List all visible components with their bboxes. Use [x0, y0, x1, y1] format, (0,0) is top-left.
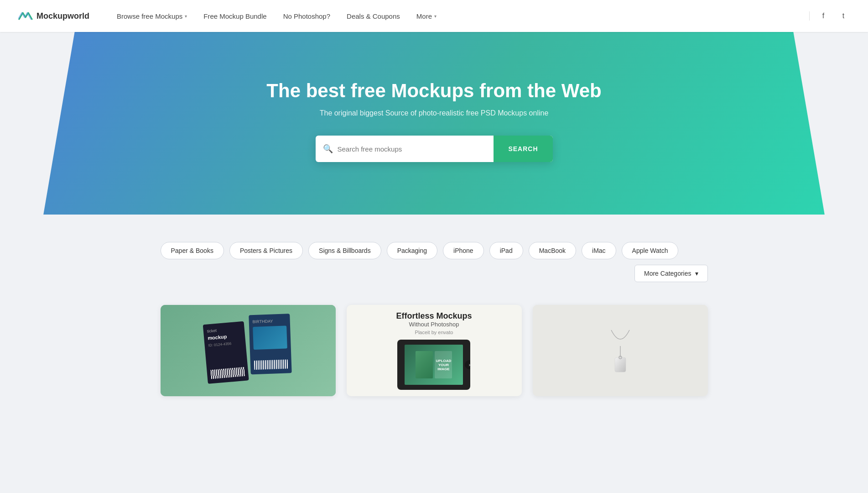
card-2-subtitle: Without Photoshop [409, 321, 459, 328]
card-1-inner: ticket mockup ID: 0124-4356 BIRTHDAY [161, 305, 336, 396]
hero-title: The best free Mockups from the Web [266, 80, 601, 102]
brand-logo-link[interactable]: Mockupworld [18, 11, 89, 21]
ticket-barcode-2 [254, 359, 288, 370]
necklace-mockup [598, 321, 643, 380]
category-macbook[interactable]: MacBook [529, 242, 576, 259]
ticket-2: BIRTHDAY [249, 314, 291, 374]
main-nav: Browse free Mockups ▾ Free Mockup Bundle… [117, 12, 809, 20]
nav-more[interactable]: More ▾ [416, 12, 437, 20]
brand-logo-icon [18, 11, 33, 21]
ticket-mockup-visual: ticket mockup ID: 0124-4356 BIRTHDAY [203, 317, 293, 384]
chevron-down-icon-categories: ▾ [695, 270, 698, 277]
search-input[interactable] [338, 145, 487, 153]
card-3-inner [533, 305, 708, 396]
category-paper-books[interactable]: Paper & Books [161, 242, 224, 259]
tablet-mockup: UPLOADYOURIMAGE › [397, 340, 470, 390]
ticket-title-1: mockup [207, 332, 241, 341]
nav-divider [809, 11, 810, 21]
navbar: Mockupworld Browse free Mockups ▾ Free M… [0, 0, 868, 32]
card-2-image-area: UPLOADYOURIMAGE › [397, 340, 470, 390]
nav-mockup-bundle[interactable]: Free Mockup Bundle [203, 12, 266, 20]
next-arrow-icon[interactable]: › [465, 360, 470, 369]
cards-section: ticket mockup ID: 0124-4356 BIRTHDAY Eff… [0, 296, 868, 414]
category-posters-pictures[interactable]: Posters & Pictures [229, 242, 303, 259]
category-ipad[interactable]: iPad [489, 242, 523, 259]
hero-container: The best free Mockups from the Web The o… [0, 32, 868, 215]
navbar-right: f t [809, 10, 850, 22]
category-packaging[interactable]: Packaging [387, 242, 437, 259]
nav-deals-coupons[interactable]: Deals & Coupons [347, 12, 400, 20]
nav-no-photoshop[interactable]: No Photoshop? [283, 12, 330, 20]
category-signs-billboards[interactable]: Signs & Billboards [308, 242, 381, 259]
ticket-barcode-1 [210, 367, 244, 379]
card-ticket-mockup[interactable]: ticket mockup ID: 0124-4356 BIRTHDAY [161, 305, 336, 396]
categories-inner: Paper & Books Posters & Pictures Signs &… [161, 242, 708, 282]
search-input-wrapper: 🔍 [316, 136, 494, 162]
tablet-screen: UPLOADYOURIMAGE [405, 345, 463, 385]
search-icon: 🔍 [323, 144, 333, 154]
hero-section: The best free Mockups from the Web The o… [0, 0, 868, 215]
categories-section: Paper & Books Posters & Pictures Signs &… [0, 215, 868, 296]
nav-browse-mockups[interactable]: Browse free Mockups ▾ [117, 12, 187, 20]
search-bar: 🔍 SEARCH [316, 136, 553, 162]
hero-subtitle: The original biggest Source of photo-rea… [320, 109, 549, 117]
card-promo[interactable]: Effortless Mockups Without Photoshop Pla… [347, 305, 522, 396]
category-iphone[interactable]: iPhone [443, 242, 484, 259]
card-2-title: Effortless Mockups [396, 311, 472, 321]
svg-rect-1 [615, 357, 626, 372]
category-imac[interactable]: iMac [582, 242, 616, 259]
necklace-svg [598, 321, 643, 380]
chevron-down-icon: ▾ [185, 14, 187, 19]
twitter-icon[interactable]: t [837, 10, 850, 22]
chevron-down-icon-more: ▾ [434, 14, 437, 19]
facebook-icon[interactable]: f [817, 10, 830, 22]
ticket-1: ticket mockup ID: 0124-4356 [203, 321, 249, 384]
upload-text: UPLOADYOURIMAGE [436, 359, 452, 371]
category-apple-watch[interactable]: Apple Watch [622, 242, 679, 259]
search-button[interactable]: SEARCH [494, 136, 552, 162]
card-jewelry[interactable] [533, 305, 708, 396]
more-categories-button[interactable]: More Categories ▾ [634, 265, 708, 282]
ticket-label-2: BIRTHDAY [252, 318, 286, 324]
card-2-brand: Placeit by envato [415, 330, 453, 335]
hero-background: The best free Mockups from the Web The o… [43, 32, 825, 215]
cards-grid: ticket mockup ID: 0124-4356 BIRTHDAY Eff… [161, 305, 708, 396]
brand-name: Mockupworld [36, 11, 89, 21]
card-2-content: Effortless Mockups Without Photoshop Pla… [389, 305, 479, 396]
